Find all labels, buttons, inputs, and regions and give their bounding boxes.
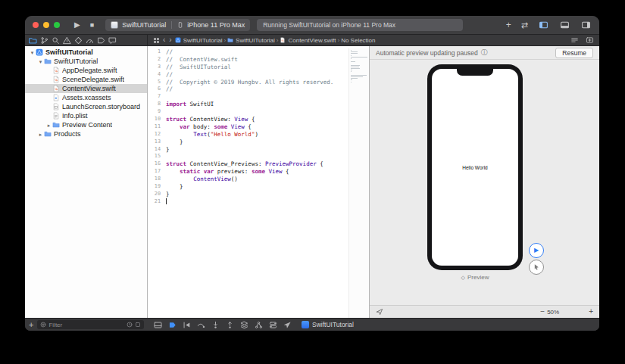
- reports-icon[interactable]: [108, 36, 117, 45]
- add-file-button[interactable]: +: [29, 321, 33, 329]
- tree-item[interactable]: LaunchScreen.storyboard: [25, 102, 147, 111]
- line-number[interactable]: 7: [148, 93, 164, 101]
- line-number[interactable]: 5: [148, 79, 164, 86]
- debug-navigator-icon[interactable]: [86, 36, 94, 45]
- add-editor-icon[interactable]: [586, 36, 594, 44]
- code-line[interactable]: 17 static var previews: some View {: [148, 168, 369, 176]
- line-number[interactable]: 18: [148, 176, 164, 183]
- code-line[interactable]: 15: [148, 153, 369, 160]
- memory-graph-icon[interactable]: [255, 321, 263, 329]
- resume-button[interactable]: Resume: [555, 48, 593, 58]
- line-number[interactable]: 11: [148, 123, 164, 131]
- scheme-selector[interactable]: SwiftUITutorial iPhone 11 Pro Max: [105, 19, 250, 31]
- line-number[interactable]: 14: [148, 146, 164, 154]
- line-number[interactable]: 17: [148, 168, 164, 176]
- search-icon[interactable]: [52, 36, 60, 45]
- info-icon[interactable]: ⓘ: [481, 49, 488, 56]
- tree-item[interactable]: ▸Preview Content: [25, 120, 147, 129]
- recent-files-clock-icon[interactable]: [127, 322, 133, 328]
- zoom-out-button[interactable]: −: [540, 308, 545, 316]
- filter-field[interactable]: [37, 320, 144, 329]
- line-number[interactable]: 3: [148, 64, 164, 71]
- step-over-icon[interactable]: [197, 321, 205, 329]
- line-number[interactable]: 10: [148, 116, 164, 123]
- stop-button[interactable]: ■: [90, 22, 94, 29]
- line-number[interactable]: 2: [148, 56, 164, 64]
- code-line[interactable]: 3// SwiftUITutorial: [148, 64, 369, 71]
- debug-area-toggle-icon[interactable]: [154, 321, 162, 329]
- code-line[interactable]: 2// ContentView.swift: [148, 56, 369, 64]
- breadcrumb-item[interactable]: SwiftUITutorial: [227, 37, 275, 44]
- environment-overrides-icon[interactable]: [269, 321, 277, 329]
- step-out-icon[interactable]: [226, 321, 234, 329]
- line-number[interactable]: 4: [148, 71, 164, 79]
- zoom-in-button[interactable]: +: [589, 308, 593, 316]
- tree-item[interactable]: ▸Products: [25, 129, 147, 138]
- location-pin-icon[interactable]: [376, 308, 383, 316]
- step-into-icon[interactable]: [211, 321, 220, 329]
- breakpoints-icon[interactable]: [97, 36, 105, 45]
- continue-icon[interactable]: [183, 321, 191, 329]
- source-editor[interactable]: 1//2// ContentView.swift3// SwiftUITutor…: [148, 46, 369, 318]
- code-line[interactable]: 11 var body: some View {: [148, 123, 369, 131]
- view-hierarchy-icon[interactable]: [240, 321, 248, 329]
- scheme-name[interactable]: SwiftUITutorial: [122, 21, 166, 29]
- line-number[interactable]: 16: [148, 160, 164, 168]
- forward-button[interactable]: ›: [169, 36, 171, 44]
- code-line[interactable]: 18 ContentView(): [148, 176, 369, 183]
- tree-item[interactable]: Info.plist: [25, 111, 147, 120]
- issues-icon[interactable]: [63, 36, 71, 45]
- tree-item[interactable]: ▾SwiftUITutorial: [25, 48, 147, 57]
- code-line[interactable]: 14}: [148, 146, 369, 154]
- code-line[interactable]: 20}: [148, 191, 369, 198]
- code-line[interactable]: 1//: [148, 48, 369, 56]
- minimap[interactable]: [348, 48, 369, 318]
- related-items-icon[interactable]: [153, 37, 160, 44]
- run-destination[interactable]: iPhone 11 Pro Max: [187, 21, 245, 29]
- tree-item[interactable]: ▾SwiftUITutorial: [25, 57, 147, 66]
- line-number[interactable]: 21: [148, 198, 164, 206]
- code-line[interactable]: 16struct ContentView_Previews: PreviewPr…: [148, 160, 369, 168]
- breadcrumb-item[interactable]: No Selection: [341, 37, 375, 44]
- inspector-panel-toggle[interactable]: [580, 20, 592, 30]
- line-number[interactable]: 8: [148, 101, 164, 108]
- source-control-icon[interactable]: [40, 36, 48, 45]
- line-number[interactable]: 15: [148, 153, 164, 160]
- code-review-icon[interactable]: ⇄: [521, 21, 528, 30]
- pin-diamond-icon[interactable]: ◇: [461, 275, 465, 280]
- navigator-panel-toggle[interactable]: [538, 20, 549, 30]
- tree-item[interactable]: SceneDelegate.swift: [25, 75, 147, 84]
- disclosure-triangle[interactable]: ▾: [37, 59, 44, 64]
- tree-item[interactable]: AppDelegate.swift: [25, 66, 147, 75]
- code-line[interactable]: 10struct ContentView: View {: [148, 116, 369, 123]
- editor-options-icon[interactable]: [570, 36, 579, 44]
- disclosure-triangle[interactable]: ▸: [37, 132, 44, 137]
- run-button[interactable]: ▶: [74, 21, 80, 29]
- breadcrumb-item[interactable]: SwiftUITutorial: [175, 37, 223, 44]
- zoom-button[interactable]: [54, 22, 60, 28]
- code-line[interactable]: 19 }: [148, 183, 369, 191]
- line-number[interactable]: 12: [148, 131, 164, 138]
- code-line[interactable]: 8import SwiftUI: [148, 101, 369, 108]
- tree-item[interactable]: ContentView.swift: [25, 84, 147, 93]
- minimize-button[interactable]: [43, 22, 49, 28]
- filter-input[interactable]: [48, 322, 124, 328]
- code-line[interactable]: 13 }: [148, 138, 369, 146]
- code-line[interactable]: 6//: [148, 86, 369, 93]
- breadcrumb-item[interactable]: ContentView.swift: [280, 37, 336, 44]
- simulate-location-icon[interactable]: [283, 321, 292, 329]
- library-add-icon[interactable]: +: [506, 20, 511, 30]
- back-button[interactable]: ‹: [163, 36, 165, 44]
- line-number[interactable]: 1: [148, 48, 164, 56]
- line-number[interactable]: 9: [148, 108, 164, 116]
- code-line[interactable]: 7: [148, 93, 369, 101]
- inspect-preview-button[interactable]: [529, 260, 544, 275]
- breakpoints-toggle-icon[interactable]: [168, 321, 177, 329]
- running-process[interactable]: SwiftUITutorial: [302, 321, 354, 328]
- code-line[interactable]: 4//: [148, 71, 369, 79]
- live-preview-button[interactable]: ▶: [529, 243, 544, 258]
- scm-status-icon[interactable]: [135, 322, 141, 328]
- tree-item[interactable]: Assets.xcassets: [25, 93, 147, 102]
- code-line[interactable]: 5// Copyright © 2019 Hungbv. All rights …: [148, 79, 369, 86]
- tests-icon[interactable]: [74, 36, 83, 45]
